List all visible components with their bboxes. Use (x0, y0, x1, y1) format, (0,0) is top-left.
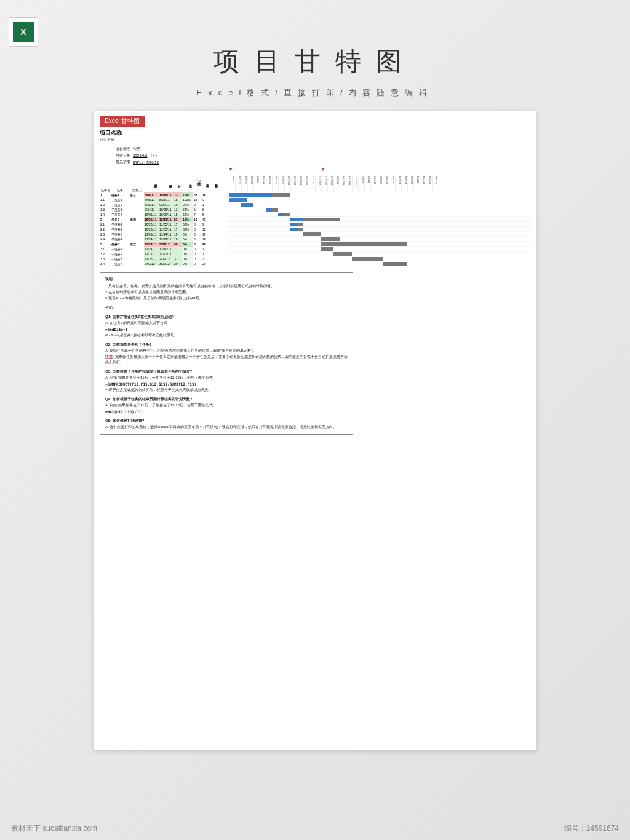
cell-end: 10/19/11 (159, 192, 173, 197)
cell-start: 9/24/11 (144, 207, 159, 212)
col-task: 任务 (111, 188, 129, 192)
cell-cd: 17 (202, 252, 210, 256)
cell-num: 1.3 (100, 207, 111, 212)
cell-task: 子任务1 (111, 222, 129, 227)
faq-formula: =MAX(D12:D15)-C11 (105, 409, 348, 414)
timeline-date: 9/12/11 (260, 176, 266, 192)
slider-handle-right[interactable] (321, 168, 325, 171)
cell-num: 3.3 (100, 256, 111, 261)
cell-num: 2 (100, 217, 111, 222)
page-subtitle: Excel格式/直接打印/内容随意编辑 (0, 87, 630, 98)
cell-dur: 29 (173, 261, 182, 266)
gantt-bar-done (241, 203, 253, 207)
timeline-date: 12/26/11 (352, 176, 358, 192)
cell-start: 8/25/11 (144, 202, 159, 207)
faq-warning: 注意: 如果新任务被插入某一个子任务之前或者最后一个子任务之后，需要手动更新完成… (105, 354, 348, 365)
cell-wd: 9 (193, 202, 202, 207)
cell-end: 12/12/11 (159, 237, 173, 242)
gantt-row (229, 192, 530, 197)
task-table: 任务号 任务 负责人 开始时间 结束时间 时长 已完成 完成度(%) 剩余工日 … (100, 170, 229, 266)
cell-end: 9/04/11 (159, 202, 173, 207)
cell-num: 1.1 (100, 197, 111, 202)
cell-start: 10/20/11 (144, 217, 159, 222)
cell-pct: 100% (182, 197, 193, 202)
gantt-row (229, 252, 530, 256)
cell-dur: 98 (173, 242, 182, 247)
faq-question: Q4: 如何根据子任务的结束日期计算任务的计划天数? (105, 397, 348, 402)
cell-num: 3 (100, 242, 111, 247)
excel-file-icon (9, 17, 38, 47)
cell-pct: 0% (182, 237, 193, 242)
cell-wd: 0 (193, 252, 202, 256)
cell-task: 子任务1 (111, 197, 129, 202)
gantt-chart: 任务号 任务 负责人 开始时间 结束时间 时长 已完成 完成度(%) 剩余工日 … (100, 170, 530, 266)
cell-wd: 18 (193, 197, 202, 202)
gantt-bar (321, 247, 333, 251)
company-name: 公司名称 (100, 137, 530, 143)
gantt-row (229, 207, 530, 212)
cell-wd: 6 (193, 207, 202, 212)
page-footer: 素材天下 sucaitianxia.com 编号：14591674 (0, 823, 630, 834)
slider-handle-left[interactable] (229, 168, 233, 171)
cell-task: 子任务2 (111, 202, 129, 207)
cell-cd: 18 (202, 192, 210, 197)
cell-cd: 0 (202, 197, 210, 202)
cell-cd: 1 (202, 202, 210, 207)
cell-owner (129, 252, 144, 256)
cell-task: 子任务1 (111, 247, 129, 252)
faq-answer: A: 例如 如果任务位于11行，子任务位于12-15行，使用下面的公式 (105, 375, 348, 381)
cell-num: 3.4 (100, 261, 111, 266)
cell-cd: 19 (202, 232, 210, 237)
manager-value: 张三 (133, 147, 140, 151)
cell-dur: 17 (173, 222, 182, 227)
cell-dur: 12 (173, 207, 182, 212)
gantt-bar-done (290, 218, 303, 221)
table-row: 1.3子任务39/24/1110/05/111254%66 (100, 207, 229, 212)
timeline-date: 10/31/11 (303, 176, 309, 192)
timeline-date: 11/14/11 (315, 176, 321, 192)
cell-end: 12/10/11 (159, 247, 173, 252)
gantt-bar-done (290, 228, 297, 231)
table-row: 1任务1张三8/08/1110/19/117375%5518 (100, 192, 229, 197)
cell-owner (129, 202, 144, 207)
col-wd: 剩余工日 (202, 172, 210, 192)
cell-owner (129, 237, 144, 242)
cell-dur: 18 (173, 197, 182, 202)
cell-cd: 43 (202, 217, 210, 222)
cell-cd: 8 (202, 212, 210, 217)
cell-start: 8/08/11 (144, 197, 159, 202)
faq-answer: A: 例如 如果任务位于11行，子任务位于12-15行，使用下面的公式 (105, 403, 348, 408)
cell-task: 子任务3 (111, 256, 129, 261)
cell-dur: 17 (173, 227, 182, 232)
table-row: 3.4子任务42/03/123/02/12290%029 (100, 261, 229, 266)
cell-start: 12/28/11 (144, 256, 159, 261)
instructions-box: 说明： 1.只有任务号、任务、负责人这几列和浅绿色的单元格可以自由修改，其余列都… (100, 272, 353, 435)
timeline-date: 8/15/11 (235, 176, 241, 192)
gantt-row (229, 212, 530, 217)
cell-end: 8/25/11 (159, 197, 173, 202)
cell-owner (129, 207, 144, 212)
cell-dur: 17 (173, 252, 182, 256)
table-row: 2.1子任务110/20/1111/05/111750%89 (100, 222, 229, 227)
range-slider[interactable] (229, 168, 530, 170)
gantt-bar-done (290, 223, 297, 226)
cell-dur: 19 (173, 232, 182, 237)
faq-question: Q1: 怎样才能让任务2在任务1结束后启动? (105, 314, 348, 320)
timeline-date: 8/8/11 (229, 176, 235, 192)
faq-note: EndDate是任务1的结束时间单元格的序号。 (105, 333, 348, 338)
cell-task: 子任务3 (111, 232, 129, 237)
cell-wd: 8 (193, 222, 202, 227)
cell-start: 11/24/11 (144, 247, 159, 252)
cell-end: 12/11/11 (159, 217, 173, 222)
timeline-date: 11/28/11 (327, 176, 333, 192)
footer-right: 编号：14591674 (564, 823, 619, 834)
cell-end: 3/01/12 (159, 242, 173, 247)
cell-dur: 73 (173, 192, 182, 197)
table-row: 2任务2李四10/20/1112/11/115319%1043 (100, 217, 229, 222)
cell-pct: 75% (182, 192, 193, 197)
cell-task: 子任务4 (111, 261, 129, 266)
cell-owner (129, 212, 144, 217)
intro-1: 1.只有任务号、任务、负责人这几列和浅绿色的单元格可以自由修改，其余列都是用公式… (105, 283, 348, 289)
cell-pct: 19% (182, 217, 193, 222)
table-row: 2.4子任务411/24/1112/12/11180%018 (100, 237, 229, 242)
